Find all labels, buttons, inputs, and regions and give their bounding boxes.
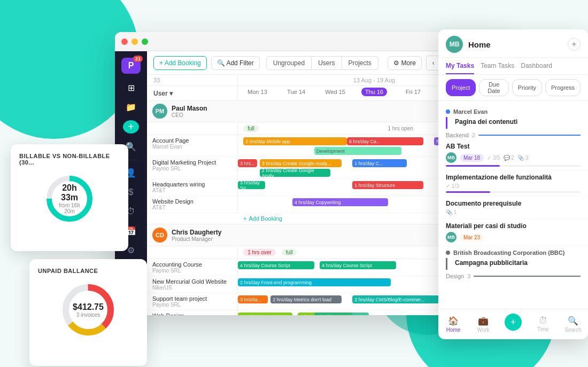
unpaid-invoices: 3 invoices <box>73 312 104 318</box>
project-label-hq: Headquarters wiring AT&T <box>147 179 238 196</box>
task-item-impl: Implementazione delle funzionalità ✓ 1/3 <box>438 170 588 197</box>
nav-search[interactable]: 🔍 Search <box>558 314 588 335</box>
filter-priority[interactable]: Priority <box>512 79 542 96</box>
bar-development[interactable]: Development <box>314 147 401 155</box>
task-panel-header: MB Home + <box>438 29 588 58</box>
nav-add[interactable]: + <box>498 314 528 335</box>
bar-cms[interactable]: 2 hrs/day CMS/Blog/E-commer... <box>352 295 439 303</box>
sidebar-add-button[interactable]: + <box>123 120 139 134</box>
task-progress-impl <box>446 191 581 193</box>
task-panel-avatar: MB <box>446 36 463 53</box>
task-item-materiali: Materiali per casi di studio MB Mar 23 <box>438 219 588 246</box>
nav-work[interactable]: 💼 Work <box>468 314 498 335</box>
bar-course-script2[interactable]: 4 hrs/day Course Script <box>320 261 396 269</box>
task-item-abtest: AB Test MB Mar 18 ✓ 3/5 💬 2 📎 3 <box>438 139 588 170</box>
bar-course-script1[interactable]: 4 hrs/day Course Script <box>238 261 314 269</box>
bar-3hrsd[interactable]: 3 hrs/da... <box>238 295 268 303</box>
tab-my-tasks[interactable]: My Tasks <box>446 62 474 74</box>
sidebar-badge: 21 <box>133 56 143 62</box>
projects-button[interactable]: Projects <box>342 56 378 70</box>
task-progress-abtest <box>446 165 581 167</box>
project-label-web: Website Design AT&T <box>147 196 238 213</box>
design-label: Design 3 <box>438 272 588 280</box>
task-panel: MB Home + My Tasks Team Tasks Dashboard … <box>438 29 588 339</box>
unpaid-center: $412.75 3 invoices <box>73 302 104 318</box>
filter-project[interactable]: Project <box>446 79 476 96</box>
filter-duedate[interactable]: Due Date <box>479 79 508 96</box>
sidebar-logo[interactable]: P 21 <box>121 58 141 74</box>
user-column-header: User ▾ <box>147 87 238 100</box>
nav-work-label: Work <box>477 327 489 333</box>
bar-ca[interactable]: 6 hrs/day Ca... <box>347 137 423 145</box>
billable-time: 20h 33m <box>56 183 83 202</box>
paul-full-tag: full <box>243 125 259 132</box>
add-booking-button[interactable]: + Add Booking <box>153 56 207 70</box>
bar-mobile-app[interactable]: 2 hrs/day Mobile app <box>243 137 347 145</box>
billable-from: from 16h 20m <box>56 202 83 214</box>
task-section-marcel: Marcel Evan <box>438 105 588 117</box>
section-dot-marcel <box>446 110 450 114</box>
bar-create-google[interactable]: 3 hrs/day Create Google Analy... <box>260 159 342 167</box>
bar-3.33hrs[interactable]: 3.33 hrs op... <box>238 313 292 315</box>
day-header-tue: Tue 14 <box>277 87 316 100</box>
task-title-abtest: AB Test <box>446 143 581 150</box>
minimize-button[interactable] <box>131 38 138 45</box>
design-line <box>474 276 581 277</box>
section-name-bbc: British Broadcasting Corporation (BBC) <box>453 249 564 256</box>
bar-metrics[interactable]: 2 hrs/day Metrics don't load <box>270 295 342 303</box>
tab-dashboard[interactable]: Dashboard <box>521 62 552 74</box>
task-section-bbc: British Broadcasting Corporation (BBC) <box>438 246 588 258</box>
avatar-chris: CD <box>152 228 167 243</box>
task-meta-impl1: ✓ 1/3 <box>446 183 459 189</box>
project-label-mercurial: New Mercurial Gold Website Nike/US <box>147 276 238 293</box>
billable-center: 20h 33m from 16h 20m <box>56 183 83 214</box>
task-meta-doc1: 📎 1 <box>446 209 457 215</box>
filter-progress[interactable]: Progress <box>545 79 581 96</box>
bar-1hrs-c[interactable]: 1 hrs/day C... <box>352 159 407 167</box>
users-button[interactable]: Users <box>312 56 342 70</box>
billable-widget: BILLABLE VS NON-BILLABLE (30... 20h 33m … <box>11 144 128 251</box>
bar-3hrs[interactable]: 3 hrs... <box>238 159 257 167</box>
close-button[interactable] <box>121 38 128 45</box>
bar-1hrs-ta[interactable]: 1 hrs/day Ta... <box>314 313 369 315</box>
bar-structure[interactable]: 1 hrs/day Structure <box>352 181 423 189</box>
unpaid-donut: $412.75 3 invoices <box>59 280 118 339</box>
day-header-wed: Wed 15 <box>316 87 355 100</box>
sidebar-item-folder[interactable]: 📁 <box>121 99 141 115</box>
section-title-pagina: Pagina dei contenuti <box>446 117 588 129</box>
unpaid-title: UNPAID BALLANCE <box>38 268 98 274</box>
bar-so[interactable]: 3 hrs/day So... <box>238 181 265 189</box>
sidebar-item-home[interactable]: ⊞ <box>121 80 141 96</box>
nav-time[interactable]: ⏱ Time <box>528 314 558 335</box>
task-badge-materiali: Mar 23 <box>460 233 484 241</box>
day-header-mon: Mon 13 <box>238 87 277 100</box>
task-meta-abtest: MB Mar 18 ✓ 3/5 💬 2 📎 3 <box>446 152 581 163</box>
add-icon: + <box>243 215 246 222</box>
task-meta-materiali: MB Mar 23 <box>446 232 581 243</box>
task-panel-add-button[interactable]: + <box>568 38 581 51</box>
task-title-materiali: Materiali per casi di studio <box>446 222 581 230</box>
task-panel-title: Home <box>468 40 562 49</box>
add-filter-label: 🔍 Add Filter <box>217 59 254 67</box>
view-group: Ungrouped Users Projects <box>266 56 378 70</box>
nav-home[interactable]: 🏠 Home <box>438 314 468 335</box>
nav-add-circle[interactable]: + <box>505 314 522 331</box>
add-booking-label: + Add Booking <box>159 59 201 67</box>
more-button[interactable]: ⚙ More <box>388 56 422 70</box>
task-list: Marcel Evan Pagina dei contenuti Backend… <box>438 101 588 309</box>
project-label-account: Account Page Marcel Evan <box>147 135 238 157</box>
add-filter-button[interactable]: 🔍 Add Filter <box>211 56 260 70</box>
section-title-campagna: Campagna pubblicitaria <box>446 258 588 270</box>
task-meta-abtest3: 📎 3 <box>517 155 528 161</box>
unpaid-amount: $412.75 <box>73 302 104 312</box>
day-header-fri: Fri 17 <box>393 87 432 100</box>
paul-summary-label <box>147 122 238 135</box>
bar-frontend[interactable]: 2 hrs/day Front-end programming <box>238 278 391 286</box>
billable-donut: 20h 33m from 16h 20m <box>43 172 96 225</box>
ungrouped-button[interactable]: Ungrouped <box>266 56 312 70</box>
task-bottom-nav: 🏠 Home 💼 Work + ⏱ Time 🔍 Search <box>438 309 588 339</box>
maximize-button[interactable] <box>142 38 148 45</box>
bar-create-google2[interactable]: 2 hrs/day Create Google Analy... <box>260 169 331 177</box>
tab-team-tasks[interactable]: Team Tasks <box>481 62 514 74</box>
bar-copywriting[interactable]: 4 hrs/day Copywriting <box>292 198 388 206</box>
